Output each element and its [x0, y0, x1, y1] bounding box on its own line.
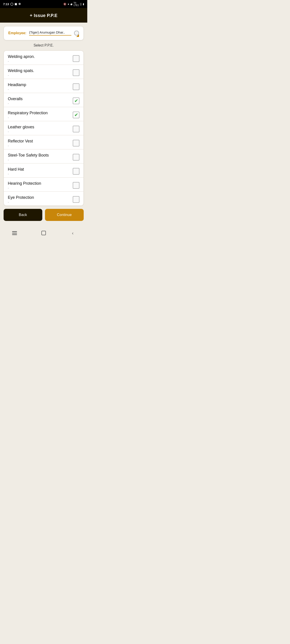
employee-radio[interactable]: [74, 31, 79, 36]
home-icon: [41, 231, 46, 235]
nav-recents-button[interactable]: [9, 229, 20, 237]
ppe-item[interactable]: Respiratory Protection-: [4, 107, 84, 121]
ppe-item[interactable]: Headlamp-: [4, 79, 84, 93]
signal-bars-icon: ▒: [80, 3, 82, 5]
email-icon: ▣: [15, 2, 17, 6]
ppe-item-name: Headlamp: [8, 82, 26, 87]
ppe-checkbox[interactable]: [73, 55, 79, 62]
nav-home-button[interactable]: [38, 229, 49, 237]
recents-icon: [12, 231, 17, 235]
wifi-icon: ◕: [70, 3, 73, 6]
nav-back-button[interactable]: ‹: [67, 229, 78, 237]
ppe-item-sub: -: [8, 74, 34, 77]
ppe-item[interactable]: Steel-Toe Safety Boots-: [4, 149, 84, 164]
ppe-item[interactable]: Welding apron.-: [4, 51, 84, 65]
ppe-item-sub: -: [8, 200, 34, 204]
signal-text: VoLTE1: [74, 2, 79, 6]
section-label: Select P.P.E.: [4, 44, 84, 48]
ppe-item[interactable]: Leather gloves-: [4, 121, 84, 135]
ppe-item[interactable]: Reflector Vest-: [4, 135, 84, 149]
ppe-checkbox[interactable]: [73, 112, 79, 118]
ppe-item-text: Steel-Toe Safety Boots-: [8, 153, 49, 162]
back-button[interactable]: Back: [4, 209, 42, 221]
ppe-item-name: Leather gloves: [8, 125, 34, 130]
ppe-item-text: Respiratory Protection-: [8, 111, 48, 119]
ppe-item-text: Reflector Vest-: [8, 139, 33, 147]
ppe-checkbox[interactable]: [73, 126, 79, 132]
ppe-item-sub: -: [8, 60, 35, 63]
buttons-row: Back Continue: [4, 209, 84, 223]
ppe-item-name: Welding apron.: [8, 54, 35, 59]
ppe-list: Welding apron.-Welding spats.-Headlamp-O…: [4, 50, 84, 206]
battery-icon: ▮: [83, 3, 84, 6]
ppe-item-text: Welding spats.-: [8, 68, 34, 77]
status-time: 7:13: [3, 2, 9, 6]
location-icon: ●: [68, 3, 69, 5]
ppe-item[interactable]: Hard Hat-: [4, 164, 84, 178]
ppe-checkbox[interactable]: [73, 168, 79, 175]
header: + Issue P.P.E: [0, 8, 87, 22]
ppe-item-sub: -: [8, 144, 33, 147]
ppe-checkbox[interactable]: [73, 98, 79, 104]
ppe-item-text: Eye Protection-: [8, 195, 34, 204]
ppe-checkbox[interactable]: [73, 69, 79, 76]
employee-name: (Tiger) Arumugan Dhar..: [29, 30, 71, 36]
ppe-item-sub: -: [8, 158, 49, 162]
ppe-item-sub: -: [8, 186, 41, 190]
ppe-checkbox[interactable]: [73, 154, 79, 160]
page-title: + Issue P.P.E: [30, 13, 58, 18]
back-arrow-icon: ‹: [72, 230, 74, 236]
ppe-checkbox[interactable]: [73, 140, 79, 146]
ppe-item-text: Welding apron.-: [8, 54, 35, 63]
ppe-item-text: Leather gloves-: [8, 125, 34, 133]
mute-icon: 🔇: [63, 3, 67, 6]
ppe-item[interactable]: Hearing Protection-: [4, 178, 84, 192]
ppe-item-name: Hearing Protection: [8, 181, 41, 186]
ppe-item-name: Eye Protection: [8, 195, 34, 200]
ppe-item-sub: -: [8, 88, 26, 91]
ppe-item-text: Headlamp-: [8, 82, 26, 91]
ppe-item[interactable]: Welding spats.-: [4, 65, 84, 79]
continue-button[interactable]: Continue: [45, 209, 84, 221]
status-right: 🔇 ● ◕ VoLTE1 ▒ ▮: [63, 2, 84, 6]
main-content: Employee: (Tiger) Arumugan Dhar.. Select…: [0, 22, 87, 227]
settings-icon: ⚙: [18, 2, 21, 6]
ppe-item-sub: -: [8, 172, 24, 176]
ppe-item-text: Hearing Protection-: [8, 181, 41, 190]
employee-row: Employee: (Tiger) Arumugan Dhar..: [8, 30, 79, 36]
ppe-item-name: Reflector Vest: [8, 139, 33, 144]
ppe-item-text: Hard Hat-: [8, 167, 24, 176]
ppe-item-text: Overalls-: [8, 96, 23, 105]
ppe-item-sub: -: [8, 102, 23, 105]
ppe-item[interactable]: Eye Protection-: [4, 192, 84, 206]
ppe-item[interactable]: Overalls-: [4, 93, 84, 107]
employee-card[interactable]: Employee: (Tiger) Arumugan Dhar..: [4, 26, 84, 40]
bottom-nav: ‹: [0, 227, 87, 240]
ppe-item-name: Welding spats.: [8, 68, 34, 73]
ppe-item-name: Hard Hat: [8, 167, 24, 172]
status-bar: 7:13 ◯ ▣ ⚙ 🔇 ● ◕ VoLTE1 ▒ ▮: [0, 0, 87, 8]
ppe-checkbox[interactable]: [73, 182, 79, 189]
ppe-checkbox[interactable]: [73, 196, 79, 203]
status-left: 7:13 ◯ ▣ ⚙: [3, 2, 21, 6]
account-icon: ◯: [10, 2, 13, 6]
ppe-item-name: Steel-Toe Safety Boots: [8, 153, 49, 158]
ppe-checkbox[interactable]: [73, 84, 79, 90]
ppe-item-name: Overalls: [8, 96, 23, 101]
ppe-item-name: Respiratory Protection: [8, 111, 48, 116]
ppe-item-sub: -: [8, 130, 34, 133]
ppe-item-sub: -: [8, 116, 48, 119]
employee-label: Employee:: [8, 31, 27, 35]
